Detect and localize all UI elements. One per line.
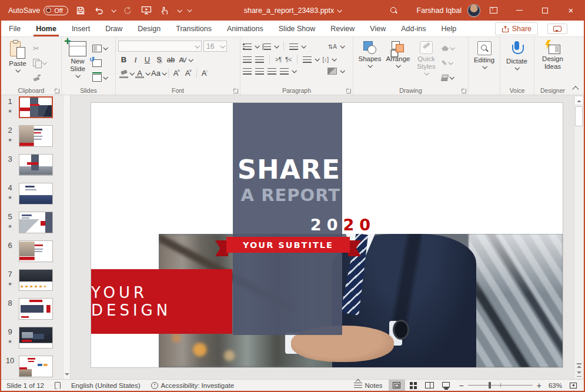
touch-mouse-mode-button[interactable] [159,4,172,17]
slide-thumbnail-row[interactable]: 5 ★ [1,210,70,239]
text-shadow-button[interactable]: S [153,54,165,65]
align-text-chevron[interactable] [332,56,336,61]
slide-thumbnail-row[interactable]: 10 ★ [1,354,70,379]
autosave-toggle[interactable]: AutoSave Off [8,6,68,15]
justify-icon[interactable] [280,68,289,75]
slide-title-block[interactable]: SHARE A REPORT [225,156,340,206]
shape-effects-button[interactable] [440,72,455,83]
minimize-button[interactable] [506,0,532,21]
slide-thumbnail[interactable] [19,96,53,118]
undo-dropdown-chevron[interactable] [111,8,116,12]
slide-sorter-view-button[interactable] [405,380,422,391]
numbering-chevron[interactable] [274,43,279,48]
slide-thumbnail-row[interactable]: 1 ★ [1,95,70,124]
thumbnail-scroll-down-button[interactable] [64,373,69,378]
search-button[interactable] [385,7,403,14]
slide-thumbnail[interactable] [19,356,53,377]
ribbon-tab[interactable]: Home [28,21,64,36]
line-spacing-chevron[interactable] [301,43,306,48]
bold-button[interactable]: B [118,54,129,65]
paste-dropdown-chevron[interactable] [15,68,20,72]
line-spacing-icon[interactable] [289,43,298,50]
ribbon-tab[interactable]: Help [434,21,464,36]
spacing-chevron[interactable] [188,57,193,62]
text-highlight-button[interactable] [118,68,129,79]
touch-mode-dropdown-chevron[interactable] [177,8,182,12]
start-from-beginning-button[interactable] [140,4,153,17]
dictate-chevron[interactable] [514,65,519,70]
convert-to-smartart-icon[interactable] [327,68,337,75]
ribbon-tab[interactable]: Design [130,21,168,36]
character-spacing-button[interactable]: AV [177,54,188,65]
share-button[interactable]: Share [495,22,538,35]
ltr-icon[interactable]: >¶ [275,56,282,63]
underline-button[interactable]: U [142,54,153,65]
increase-indent-icon[interactable] [255,56,264,63]
editing-chevron[interactable] [482,64,487,69]
shapes-chevron[interactable] [367,63,372,68]
slide-title-text[interactable]: SHARE [225,156,340,183]
justify-chevron[interactable] [292,68,296,73]
new-slide-button[interactable]: New Slide [64,39,91,78]
clipboard-dialog-launcher[interactable] [55,89,59,93]
align-text-icon[interactable]: [↕] [322,56,329,63]
paste-button[interactable]: Paste [4,39,32,72]
undo-button[interactable] [93,4,106,17]
fit-slide-button[interactable] [564,380,584,391]
user-avatar[interactable] [467,4,480,17]
slide-layout-button[interactable] [91,43,108,53]
scrollbar-thumb[interactable] [575,106,583,126]
slide-thumbnail-row[interactable]: 8 ★ [1,297,70,326]
subtitle-ribbon-banner[interactable]: YOUR SUBTITLE [226,237,350,253]
slide-thumbnail[interactable] [19,212,53,233]
columns-icon[interactable] [303,56,312,63]
slide-thumbnail[interactable] [19,269,53,291]
numbering-icon[interactable] [262,43,271,50]
arrange-chevron[interactable] [396,63,400,68]
close-button[interactable]: × [558,0,584,21]
customize-qat-chevron[interactable] [187,7,192,12]
thumbnail-scrollbar[interactable] [63,95,70,379]
zoom-level[interactable]: 63% [546,380,564,391]
paragraph-dialog-launcher[interactable] [346,89,351,93]
arrange-button[interactable]: Arrange [384,39,412,68]
zoom-slider-thumb[interactable] [489,382,491,388]
ribbon-tab[interactable]: Animations [219,21,271,36]
ribbon-tab[interactable]: Review [323,21,362,36]
slide-thumbnail[interactable] [19,154,53,176]
ribbon-tab[interactable]: Draw [98,21,130,36]
spell-check-button[interactable] [49,380,66,391]
clear-formatting-button[interactable]: A◌ [199,68,210,79]
ribbon-tab[interactable]: Add-ins [393,21,433,36]
section-chevron[interactable] [103,75,108,79]
slide-thumbnail-row[interactable]: 4 ★ [1,182,70,210]
rtl-icon[interactable]: ¶< [285,56,292,63]
decrease-font-size-button[interactable]: A˅ [183,68,194,79]
columns-chevron[interactable] [315,56,320,61]
zoom-slider[interactable] [468,385,533,386]
shape-effects-chevron[interactable] [449,75,454,79]
italic-button[interactable]: I [130,54,141,65]
slide-subtitle-text[interactable]: A REPORT [225,186,340,205]
save-button[interactable] [74,4,87,17]
ribbon-tab[interactable]: File [1,21,28,36]
normal-view-button[interactable] [389,380,405,391]
section-button[interactable] [91,72,108,83]
zoom-in-button[interactable]: + [537,381,541,390]
font-color-button[interactable]: A [134,68,145,79]
text-direction-chevron[interactable] [340,43,345,48]
reset-slide-button[interactable] [91,58,108,68]
align-center-icon[interactable] [255,68,264,75]
align-left-icon[interactable] [243,68,252,75]
slide-thumbnail-row[interactable]: 2 ★ [1,124,70,153]
slide-thumbnail[interactable] [19,125,53,147]
canvas-vertical-scrollbar[interactable] [574,96,583,378]
editing-button[interactable]: Editing [471,39,497,69]
your-design-box[interactable]: YOUR DESIGN [91,269,232,334]
slide-year-text[interactable]: 2020 [225,216,376,234]
reading-view-button[interactable] [422,380,438,391]
notes-button[interactable]: Notes [348,380,389,391]
ribbon-tab[interactable]: Insert [64,21,98,36]
ribbon-display-options-button[interactable] [480,0,506,21]
maximize-button[interactable] [532,0,558,21]
